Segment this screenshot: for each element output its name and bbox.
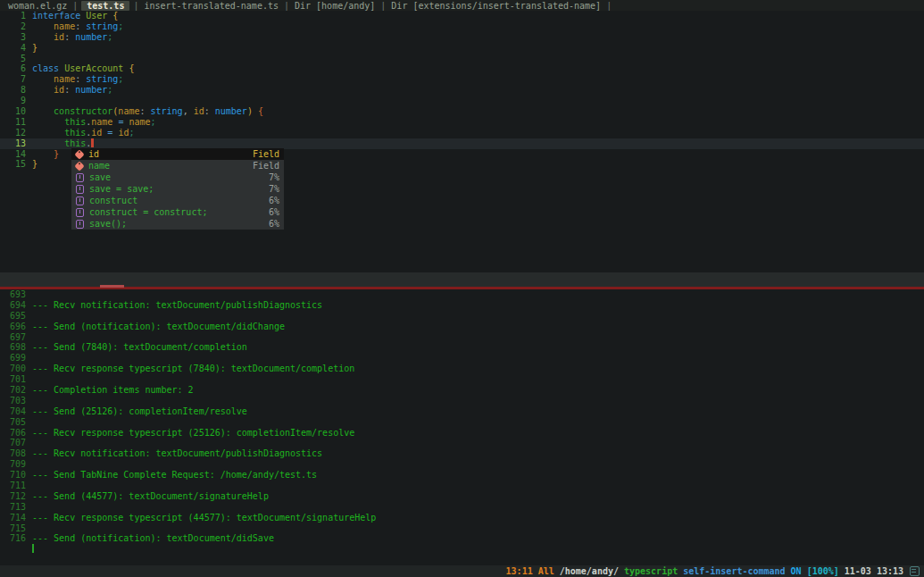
completion-item[interactable]: construct = construct;6% (71, 206, 284, 218)
completion-item[interactable]: construct6% (71, 195, 284, 206)
line-number: 4 (0, 43, 26, 54)
status-segment: All (538, 566, 554, 577)
code-token: ; (151, 117, 156, 127)
status-segment: self-insert-command (683, 566, 785, 577)
log-line[interactable]: 698--- Send (7840): textDocument/complet… (0, 342, 924, 353)
code-line[interactable]: 8 id: number; (0, 85, 924, 96)
log-line[interactable]: 707 (0, 438, 924, 448)
log-line[interactable]: 699 (0, 353, 924, 364)
code-token: : (139, 106, 150, 116)
log-line[interactable]: 695 (0, 311, 924, 322)
log-line[interactable] (0, 544, 924, 555)
line-number: 15 (0, 159, 26, 170)
code-token: id (91, 128, 102, 138)
code-line[interactable]: 6class UserAccount { (0, 63, 924, 74)
code-token (32, 32, 54, 42)
code-line[interactable]: 3 id: number; (0, 32, 924, 43)
tag-icon (74, 149, 84, 159)
log-line[interactable]: 706--- Recv response typescript (25126):… (0, 428, 924, 439)
lsp-log-buffer-window[interactable]: 693694--- Recv notification: textDocumen… (0, 289, 924, 565)
log-line[interactable]: 694--- Recv notification: textDocument/p… (0, 300, 924, 311)
log-text: --- Recv response typescript (7840): tex… (32, 364, 354, 373)
log-text: --- Recv notification: textDocument/publ… (32, 448, 322, 458)
status-segment: 13:11 (506, 566, 533, 577)
code-token: this (64, 117, 86, 127)
status-segment: /home/andy/ (560, 566, 619, 577)
log-line[interactable]: 714--- Recv response typescript (44577):… (0, 513, 924, 523)
code-token: : (75, 21, 86, 31)
log-line[interactable]: 697 (0, 332, 924, 343)
log-line[interactable]: 710--- Send TabNine Complete Request: /h… (0, 470, 924, 481)
tab-separator: | (129, 1, 142, 12)
log-line[interactable]: 693 (0, 289, 924, 300)
log-line[interactable]: 712--- Send (44577): textDocument/signat… (0, 491, 924, 502)
code-line[interactable]: 10 constructor(name: string, id: number)… (0, 106, 924, 117)
tab-Dir [home/andy][interactable]: Dir [home/andy] (293, 1, 377, 12)
log-line[interactable]: 713 (0, 502, 924, 513)
log-text: --- Send (44577): textDocument/signature… (32, 491, 269, 501)
line-number: 694 (0, 300, 26, 311)
log-text: --- Completion items number: 2 (32, 385, 194, 395)
code-token (32, 21, 54, 31)
log-line[interactable]: 708--- Recv notification: textDocument/p… (0, 448, 924, 459)
tab-woman.el.gz[interactable]: woman.el.gz (6, 1, 69, 12)
text-cursor (91, 138, 94, 147)
code-buffer-window[interactable]: 1interface User {2 name: string;3 id: nu… (0, 11, 924, 272)
code-token: } (32, 159, 37, 169)
modeline-indicator-dash (100, 285, 124, 288)
completion-item[interactable]: save();6% (71, 218, 284, 230)
code-line[interactable]: 13 this. (0, 138, 924, 149)
completion-item[interactable]: save7% (71, 171, 284, 183)
line-number: 702 (0, 385, 26, 396)
completion-item[interactable]: nameField (71, 160, 284, 171)
log-line[interactable]: 715 (0, 523, 924, 534)
code-line[interactable]: 7 name: string; (0, 74, 924, 85)
log-text: --- Recv notification: textDocument/publ… (32, 300, 322, 310)
log-line[interactable]: 696--- Send (notification): textDocument… (0, 322, 924, 332)
line-number: 703 (0, 396, 26, 406)
log-line[interactable]: 700--- Recv response typescript (7840): … (0, 364, 924, 374)
code-token: id (118, 128, 129, 138)
status-segment: 11-03 13:13 (845, 566, 903, 577)
status-segment: ON (791, 566, 802, 577)
tab-Dir [extensions/insert-translated-name][interactable]: Dir [extensions/insert-translated-name] (389, 1, 603, 12)
code-token: constructor (54, 106, 112, 116)
code-token: : (64, 32, 75, 42)
line-number: 10 (0, 106, 26, 117)
line-number: 5 (0, 54, 26, 64)
completion-popup[interactable]: idFieldnameFieldsave7%save = save;7%cons… (71, 148, 284, 230)
log-line[interactable]: 705 (0, 417, 924, 428)
code-line[interactable]: 9 (0, 96, 924, 106)
log-line[interactable]: 716--- Send (notification): textDocument… (0, 533, 924, 544)
log-line[interactable]: 702--- Completion items number: 2 (0, 385, 924, 396)
line-number: 6 (0, 63, 26, 74)
tab-separator: | (280, 1, 293, 12)
completion-item[interactable]: idField (71, 148, 284, 160)
completion-label: save (89, 172, 269, 183)
code-token: ; (118, 74, 123, 84)
code-token: : (64, 85, 75, 95)
log-line[interactable]: 701 (0, 374, 924, 385)
tabnine-icon (76, 197, 84, 205)
tabnine-icon (76, 185, 84, 194)
log-line[interactable]: 703 (0, 396, 924, 406)
code-token: { (258, 106, 263, 116)
code-line[interactable]: 11 this.name = name; (0, 117, 924, 128)
line-number: 716 (0, 533, 26, 544)
completion-label: construct = construct; (89, 207, 269, 218)
code-line[interactable]: 1interface User { (0, 11, 924, 21)
code-token (32, 74, 54, 84)
code-token (32, 128, 64, 138)
code-line[interactable]: 2 name: string; (0, 21, 924, 32)
log-line[interactable]: 709 (0, 459, 924, 470)
completion-item[interactable]: save = save;7% (71, 183, 284, 195)
code-line[interactable]: 4} (0, 43, 924, 54)
log-line[interactable]: 704--- Send (25126): completionItem/reso… (0, 406, 924, 417)
code-token (32, 117, 64, 127)
tab-test.ts[interactable]: test.ts (81, 1, 129, 12)
log-line[interactable]: 711 (0, 481, 924, 491)
code-line[interactable]: 12 this.id = id; (0, 128, 924, 138)
tab-insert-translated-name.ts[interactable]: insert-translated-name.ts (142, 1, 280, 12)
tab-separator: | (377, 1, 389, 12)
code-line[interactable]: 5 (0, 54, 924, 64)
